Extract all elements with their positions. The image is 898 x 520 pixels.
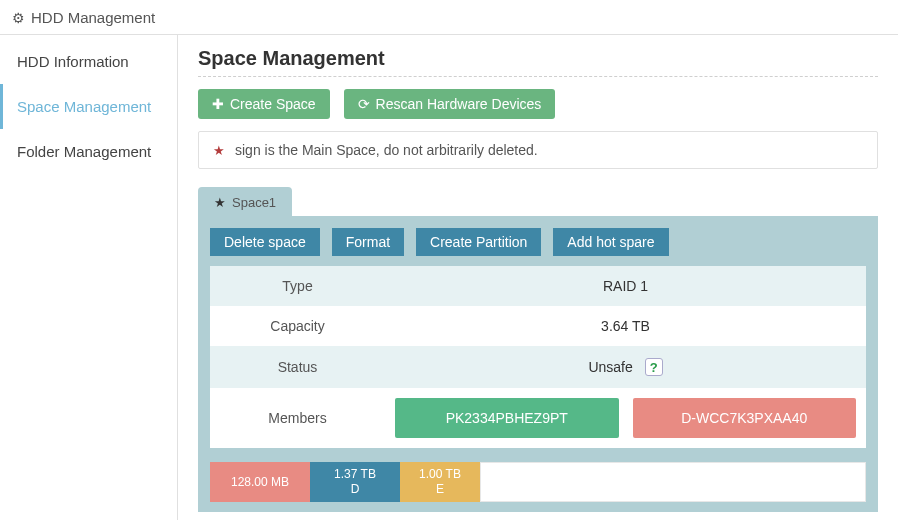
status-text: Unsafe xyxy=(588,359,632,375)
gear-icon: ⚙ xyxy=(12,10,25,26)
prop-label-members: Members xyxy=(210,388,385,448)
alloc-segment[interactable]: 1.37 TB D xyxy=(310,462,400,502)
rescan-label: Rescan Hardware Devices xyxy=(376,96,542,112)
content: Space Management ✚ Create Space ⟳ Rescan… xyxy=(178,35,898,520)
prop-value-capacity: 3.64 TB xyxy=(385,306,866,346)
prop-label-capacity: Capacity xyxy=(210,306,385,346)
alloc-letter: E xyxy=(436,482,444,497)
alloc-segment[interactable]: 128.00 MB xyxy=(210,462,310,502)
prop-value-type: RAID 1 xyxy=(385,266,866,306)
sidebar-item-space-management[interactable]: Space Management xyxy=(0,84,177,129)
info-note-text: sign is the Main Space, do not arbitrari… xyxy=(235,142,538,158)
space-panel: Delete space Format Create Partition Add… xyxy=(198,216,878,512)
alloc-free xyxy=(480,462,866,502)
info-note: ★ sign is the Main Space, do not arbitra… xyxy=(198,131,878,169)
divider xyxy=(198,76,878,77)
star-icon: ★ xyxy=(214,195,226,210)
sidebar-item-hdd-information[interactable]: HDD Information xyxy=(0,39,177,84)
table-row: Capacity 3.64 TB xyxy=(210,306,866,346)
table-row: Status Unsafe ? xyxy=(210,346,866,388)
add-hot-spare-button[interactable]: Add hot spare xyxy=(553,228,668,256)
member-disk[interactable]: PK2334PBHEZ9PT xyxy=(395,398,619,438)
alloc-size: 1.37 TB xyxy=(334,467,376,482)
table-row: Type RAID 1 xyxy=(210,266,866,306)
alloc-size: 128.00 MB xyxy=(231,475,289,490)
sidebar: HDD Information Space Management Folder … xyxy=(0,35,178,520)
refresh-icon: ⟳ xyxy=(358,96,370,112)
page-title: Space Management xyxy=(198,47,878,70)
format-button[interactable]: Format xyxy=(332,228,404,256)
rescan-button[interactable]: ⟳ Rescan Hardware Devices xyxy=(344,89,556,119)
alloc-segment[interactable]: 1.00 TB E xyxy=(400,462,480,502)
create-space-button[interactable]: ✚ Create Space xyxy=(198,89,330,119)
alloc-size: 1.00 TB xyxy=(419,467,461,482)
member-disk[interactable]: D-WCC7K3PXAA40 xyxy=(633,398,857,438)
space-properties-table: Type RAID 1 Capacity 3.64 TB Status Unsa… xyxy=(210,266,866,448)
app-title: HDD Management xyxy=(31,9,155,26)
allocation-bar: 128.00 MB 1.37 TB D 1.00 TB E xyxy=(210,462,866,502)
prop-label-status: Status xyxy=(210,346,385,388)
help-icon[interactable]: ? xyxy=(645,358,663,376)
create-space-label: Create Space xyxy=(230,96,316,112)
delete-space-button[interactable]: Delete space xyxy=(210,228,320,256)
prop-label-type: Type xyxy=(210,266,385,306)
titlebar: ⚙ HDD Management xyxy=(0,0,898,35)
tab-space1[interactable]: ★ Space1 xyxy=(198,187,292,216)
table-row: Members PK2334PBHEZ9PT D-WCC7K3PXAA40 xyxy=(210,388,866,448)
tab-label: Space1 xyxy=(232,195,276,210)
plus-icon: ✚ xyxy=(212,96,224,112)
alloc-letter: D xyxy=(351,482,360,497)
create-partition-button[interactable]: Create Partition xyxy=(416,228,541,256)
sidebar-item-folder-management[interactable]: Folder Management xyxy=(0,129,177,174)
star-icon: ★ xyxy=(213,143,225,158)
prop-value-status: Unsafe ? xyxy=(385,346,866,388)
